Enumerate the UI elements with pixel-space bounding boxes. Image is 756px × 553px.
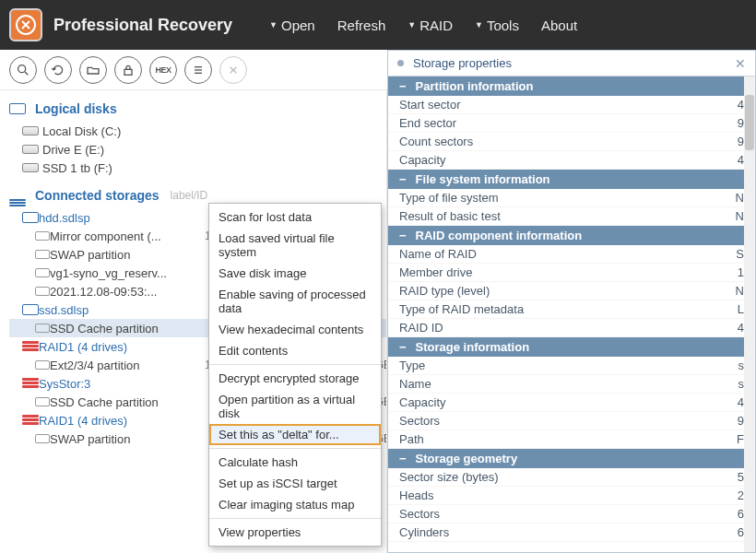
- close-button[interactable]: [219, 56, 247, 84]
- raid-icon: [22, 415, 39, 426]
- property-key: Capacity: [399, 395, 733, 409]
- menu-tools[interactable]: ▼Tools: [475, 18, 519, 33]
- connected-storages-sublabel: label/ID: [171, 189, 208, 202]
- logical-disk-row[interactable]: Local Disk (C:): [9, 122, 386, 140]
- context-menu-item[interactable]: Edit contents: [209, 340, 381, 361]
- svg-rect-3: [124, 69, 132, 75]
- context-menu-item[interactable]: Set up as iSCSI target: [209, 473, 381, 494]
- partition-icon: [35, 434, 50, 443]
- property-key: Path: [399, 432, 733, 446]
- monitor-icon: [9, 102, 28, 115]
- menu-about[interactable]: About: [541, 18, 577, 33]
- property-row: Heads2: [388, 487, 755, 505]
- property-section-header[interactable]: −Storage geometry: [388, 449, 755, 468]
- property-row: Member drive1: [388, 264, 755, 282]
- menubar: Professional Recovery ▼Open Refresh ▼RAI…: [0, 0, 756, 50]
- context-menu-item[interactable]: Enable saving of processed data: [209, 284, 381, 319]
- search-button[interactable]: [9, 56, 37, 84]
- property-key: Start sector: [399, 98, 733, 112]
- context-menu-item[interactable]: View properties: [209, 522, 381, 543]
- menu-refresh-label: Refresh: [337, 18, 386, 33]
- left-pane: Logical disks Local Disk (C:)Drive E (E:…: [0, 90, 387, 553]
- menu-separator: [209, 518, 381, 519]
- property-value: 2: [733, 488, 744, 502]
- property-row: Type of RAID metadataL: [388, 300, 755, 319]
- partition-label: SSD Cache partition: [50, 322, 205, 335]
- hdd-icon: [22, 212, 39, 223]
- logical-disks-label: Logical disks: [35, 101, 117, 116]
- context-menu-item[interactable]: View hexadecimal contents: [209, 319, 381, 340]
- storage-label: ssd.sdlsp: [39, 303, 194, 317]
- property-key: Sectors: [399, 507, 733, 521]
- context-menu-item[interactable]: Decrypt encrypted storage: [209, 368, 381, 389]
- logical-disks-head[interactable]: Logical disks: [9, 96, 386, 122]
- raid-icon: [22, 378, 39, 389]
- property-section-header[interactable]: −Partition information: [388, 76, 755, 96]
- partition-label: Ext2/3/4 partition: [50, 359, 205, 372]
- refresh-icon: [51, 63, 65, 77]
- storage-label: hdd.sdlsp: [39, 211, 194, 225]
- wrench-icon: [15, 14, 37, 36]
- properties-close-button[interactable]: ✕: [735, 56, 746, 71]
- context-menu-item[interactable]: Set this as "delta" for...: [209, 424, 381, 445]
- open-file-button[interactable]: [79, 56, 107, 84]
- property-value: 4: [733, 321, 744, 335]
- property-row: Names: [388, 375, 755, 394]
- collapse-icon: −: [399, 340, 407, 354]
- context-menu-item[interactable]: Clear imaging status map: [209, 494, 381, 515]
- property-section-title: RAID component information: [416, 229, 583, 242]
- context-menu-item[interactable]: Open partition as a virtual disk: [209, 389, 381, 424]
- connected-storages-label: Connected storages: [35, 188, 159, 203]
- property-section-title: File system information: [416, 172, 550, 186]
- scrollbar[interactable]: [744, 76, 755, 552]
- property-section-header[interactable]: −RAID component information: [388, 226, 755, 245]
- property-row: Types: [388, 357, 755, 375]
- scrollbar-thumb[interactable]: [745, 95, 754, 150]
- property-key: RAID type (level): [399, 284, 733, 298]
- list-button[interactable]: [184, 56, 212, 84]
- property-row: RAID ID4: [388, 319, 755, 337]
- partition-icon: [35, 324, 50, 333]
- property-key: Capacity: [399, 153, 733, 167]
- hex-button[interactable]: HEX: [149, 56, 177, 84]
- menu-refresh[interactable]: Refresh: [337, 18, 386, 33]
- collapse-icon: −: [399, 172, 407, 186]
- properties-panel: Storage properties ✕ −Partition informat…: [387, 50, 756, 553]
- hex-label: HEX: [155, 65, 171, 75]
- disk-label: SSD 1 tb (F:): [42, 161, 197, 175]
- property-key: Heads: [399, 488, 733, 502]
- storage-label: RAID1 (4 drives): [39, 340, 194, 354]
- property-key: RAID ID: [399, 321, 733, 335]
- property-key: Type of RAID metadata: [399, 302, 733, 316]
- menu-raid[interactable]: ▼RAID: [408, 18, 453, 33]
- property-key: Sector size (bytes): [399, 470, 733, 484]
- logical-disk-row[interactable]: Drive E (E:): [9, 140, 386, 159]
- refresh-button[interactable]: [44, 56, 72, 84]
- property-section-header[interactable]: −Storage information: [388, 337, 755, 357]
- property-key: Type of file system: [399, 191, 733, 205]
- property-value: 4: [733, 98, 744, 112]
- property-row: Capacity4: [388, 394, 755, 412]
- context-menu-item[interactable]: Save disk image: [209, 263, 381, 284]
- disk-label: Drive E (E:): [42, 143, 197, 157]
- property-value: F: [733, 432, 744, 446]
- property-section-header[interactable]: −File system information: [388, 170, 755, 189]
- stack-icon: [9, 189, 28, 202]
- dot-icon: [397, 60, 404, 66]
- property-row: Type of file systemN: [388, 189, 755, 207]
- context-menu-item[interactable]: Load saved virtual file system: [209, 228, 381, 263]
- logical-disk-row[interactable]: SSD 1 tb (F:): [9, 159, 386, 177]
- menu-open[interactable]: ▼Open: [269, 18, 315, 33]
- search-icon: [16, 63, 30, 77]
- storage-label: RAID1 (4 drives): [39, 414, 194, 428]
- property-value: 6: [733, 507, 744, 521]
- property-value: s: [733, 377, 744, 391]
- lock-button[interactable]: [114, 56, 142, 84]
- partition-label: 2021.12.08-09:53:...: [50, 285, 205, 299]
- context-menu-item[interactable]: Scan for lost data: [209, 206, 381, 228]
- property-row: Start sector4: [388, 96, 755, 114]
- section-logical-disks: Logical disks Local Disk (C:)Drive E (E:…: [0, 90, 386, 177]
- property-value: 1: [733, 265, 744, 279]
- property-value: N: [733, 209, 744, 223]
- context-menu-item[interactable]: Calculate hash: [209, 452, 381, 473]
